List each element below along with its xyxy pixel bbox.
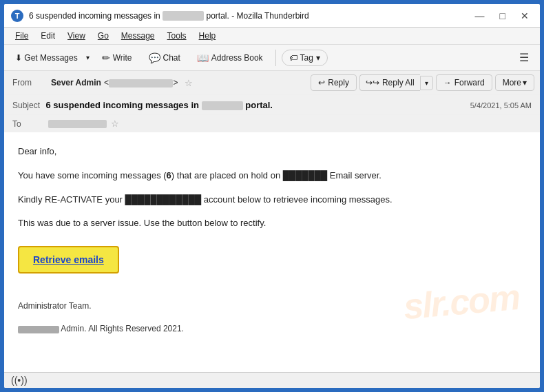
email-body: slr.com Dear info, You have some incomin… [4, 132, 540, 372]
email-actions-from-row: From Sever Admin <███████████> ☆ ↩ Reply… [4, 71, 540, 95]
toolbar: ⬇ Get Messages ▾ ✏ Write 💬 Chat 📖 Addres… [4, 45, 540, 71]
close-button[interactable]: ✕ [516, 9, 533, 23]
menu-tools[interactable]: Tools [162, 29, 192, 43]
get-messages-group[interactable]: ⬇ Get Messages ▾ [10, 50, 92, 66]
menu-view[interactable]: View [62, 29, 91, 43]
body-line3: This was due to a server issue. Use the … [18, 216, 526, 231]
menu-go[interactable]: Go [92, 29, 114, 43]
menu-edit[interactable]: Edit [35, 29, 61, 43]
from-name: Sever Admin [51, 78, 101, 87]
tag-button[interactable]: 🏷 Tag ▾ [282, 50, 328, 66]
body-line2: Kindly RE-ACTIVATE your ████████████ acc… [18, 193, 526, 207]
to-star-icon[interactable]: ☆ [111, 118, 119, 129]
to-row: To ██████████ ☆ [4, 115, 540, 132]
forward-button[interactable]: → Forward [436, 74, 492, 91]
minimize-button[interactable]: — [471, 9, 489, 23]
more-dropdown-icon: ▾ [523, 78, 527, 87]
toolbar-separator [275, 50, 276, 66]
pencil-icon: ✏ [102, 52, 110, 63]
address-book-icon: 📖 [197, 52, 209, 63]
admin-line2: ███████ Admin. All Rights Reserved 2021. [18, 322, 526, 336]
reply-all-button[interactable]: ↪↪ Reply All [359, 74, 420, 91]
chat-button[interactable]: 💬 Chat [142, 49, 187, 67]
more-button[interactable]: More ▾ [495, 74, 534, 91]
body-greeting: Dear info, [18, 145, 526, 159]
menu-file[interactable]: File [10, 29, 34, 43]
get-messages-arrow[interactable]: ▾ [83, 50, 92, 65]
from-section: From Sever Admin <███████████> ☆ [12, 78, 193, 88]
reply-all-icon: ↪↪ [366, 78, 379, 87]
from-email: <███████████> [104, 78, 178, 87]
menu-bar: File Edit View Go Message Tools Help [4, 28, 540, 45]
reply-all-group[interactable]: ↪↪ Reply All ▾ [359, 74, 433, 91]
address-book-button[interactable]: 📖 Address Book [190, 49, 270, 67]
reply-button[interactable]: ↩ Reply [311, 74, 357, 91]
admin-line1: Administrator Team. [18, 300, 526, 313]
hamburger-menu-button[interactable]: ☰ [514, 48, 534, 68]
app-icon: T [11, 10, 23, 22]
get-messages-icon: ⬇ [15, 53, 22, 63]
subject-row: Subject 6 suspended incoming messages in… [4, 95, 540, 115]
email-date: 5/4/2021, 5:05 AM [470, 101, 532, 110]
body-line1: You have some incoming messages (6) that… [18, 169, 526, 183]
status-bar: ((•)) [4, 372, 540, 388]
retrieve-emails-button[interactable]: Retrieve emails [18, 246, 119, 274]
admin-footer: Administrator Team. ███████ Admin. All R… [18, 300, 526, 336]
menu-help[interactable]: Help [193, 29, 222, 43]
chat-icon: 💬 [149, 52, 160, 63]
tag-dropdown-icon: ▾ [316, 53, 320, 63]
window-title: 6 suspended incoming messages in ███████… [29, 11, 471, 21]
write-button[interactable]: ✏ Write [95, 49, 139, 67]
title-bar: T 6 suspended incoming messages in █████… [4, 4, 540, 28]
maximize-button[interactable]: □ [496, 9, 510, 23]
get-messages-button[interactable]: ⬇ Get Messages [10, 50, 83, 66]
forward-icon: → [443, 78, 452, 87]
window-controls: — □ ✕ [471, 9, 533, 23]
from-label: From [12, 78, 48, 87]
to-label: To [12, 119, 48, 129]
wifi-icon: ((•)) [11, 375, 28, 386]
subject-label: Subject [12, 101, 40, 110]
to-value: ██████████ [48, 119, 107, 129]
tag-icon: 🏷 [289, 53, 297, 63]
email-action-buttons: ↩ Reply ↪↪ Reply All ▾ → Forward More ▾ [311, 74, 534, 91]
star-icon[interactable]: ☆ [185, 78, 193, 88]
subject-section: Subject 6 suspended incoming messages in… [12, 99, 273, 111]
reply-icon: ↩ [318, 78, 325, 87]
reply-all-dropdown[interactable]: ▾ [420, 76, 433, 90]
menu-message[interactable]: Message [116, 29, 160, 43]
subject-text: 6 suspended incoming messages in ██████ … [45, 100, 273, 110]
